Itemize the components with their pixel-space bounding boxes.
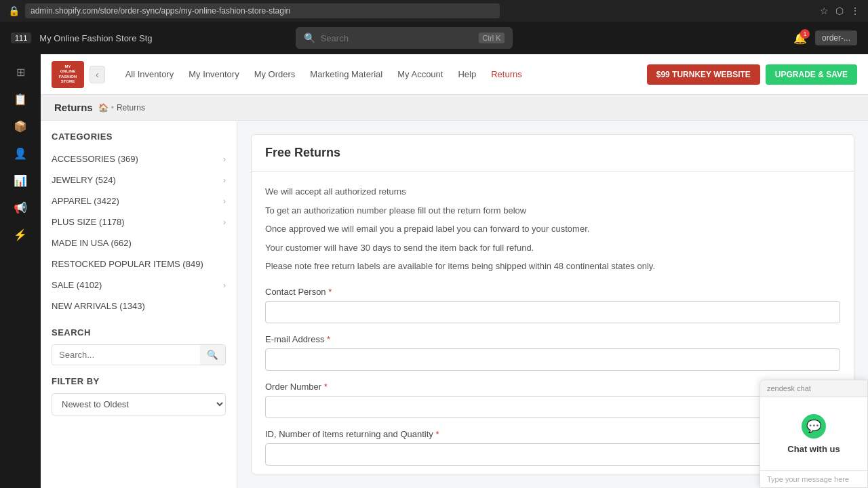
browser-icons: ☆ ⬡ ⋮ bbox=[820, 5, 860, 16]
turnkey-button[interactable]: $99 TURNKEY WEBSITE bbox=[647, 64, 760, 85]
order-number-input[interactable] bbox=[265, 396, 840, 418]
category-restocked[interactable]: RESTOCKED POPULAR ITEMS (849) bbox=[41, 253, 237, 274]
category-accessories-name: ACCESSORIES (369) bbox=[52, 154, 138, 164]
chat-icon: 💬 bbox=[802, 414, 826, 439]
admin-search-bar[interactable]: 🔍 Ctrl K bbox=[296, 27, 513, 49]
url-text: admin.shopify.com/store/order-sync/apps/… bbox=[31, 6, 290, 16]
app-nav: All Inventory My Inventory My Orders Mar… bbox=[119, 65, 642, 83]
category-plus-size[interactable]: PLUS SIZE (1178) › bbox=[41, 211, 237, 232]
category-new-arrivals-name: NEW ARRIVALS (1343) bbox=[52, 301, 145, 311]
category-plus-size-name: PLUS SIZE (1178) bbox=[52, 217, 125, 227]
email-label: E-mail Address * bbox=[265, 334, 840, 344]
required-marker: * bbox=[324, 382, 328, 392]
page-title: Returns bbox=[54, 102, 93, 113]
app-header: MYONLINEFASHIONSTORE ‹ All Inventory My … bbox=[41, 54, 868, 95]
favicon-icon: 🔒 bbox=[8, 5, 20, 16]
chevron-icon: › bbox=[223, 155, 226, 164]
category-sale[interactable]: SALE (4102) › bbox=[41, 274, 237, 296]
notification-bell[interactable]: 🔔 1 bbox=[793, 32, 807, 45]
returns-desc-2: To get an authorization number please fi… bbox=[265, 204, 840, 218]
nav-help[interactable]: Help bbox=[451, 65, 483, 83]
url-bar[interactable]: admin.shopify.com/store/order-sync/apps/… bbox=[25, 3, 500, 18]
admin-sidebar-customers[interactable]: 👤 bbox=[8, 141, 33, 165]
nav-my-orders[interactable]: My Orders bbox=[248, 65, 302, 83]
back-button[interactable]: ‹ bbox=[90, 66, 105, 83]
star-icon[interactable]: ☆ bbox=[820, 5, 829, 16]
admin-sidebar-apps[interactable]: ⚡ bbox=[8, 222, 33, 247]
nav-all-inventory[interactable]: All Inventory bbox=[119, 65, 181, 83]
category-made-in-usa-name: MADE IN USA (662) bbox=[52, 238, 132, 248]
contact-person-label: Contact Person * bbox=[265, 287, 840, 297]
chat-widget[interactable]: zendesk chat 💬 Chat with us Type your me… bbox=[760, 380, 868, 488]
categories-title: CATEGORIES bbox=[41, 131, 237, 148]
nav-my-inventory[interactable]: My Inventory bbox=[182, 65, 245, 83]
category-sale-name: SALE (4102) bbox=[52, 280, 102, 290]
required-marker: * bbox=[328, 287, 332, 297]
category-new-arrivals[interactable]: NEW ARRIVALS (1343) bbox=[41, 296, 237, 317]
admin-sidebar-home[interactable]: ⊞ bbox=[8, 60, 33, 84]
chat-placeholder: Type your message here bbox=[767, 475, 849, 483]
browser-menu-icon[interactable]: ⋮ bbox=[850, 5, 860, 16]
breadcrumb-separator: • bbox=[111, 103, 114, 113]
search-submit-button[interactable]: 🔍 bbox=[200, 345, 225, 365]
returns-card-header: Free Returns bbox=[252, 135, 854, 171]
admin-sidebar-products[interactable]: 📦 bbox=[8, 114, 33, 138]
nav-marketing-material[interactable]: Marketing Material bbox=[303, 65, 389, 83]
filter-section: FILTER BY Newest to Oldest Oldest to New… bbox=[41, 376, 237, 426]
extensions-icon[interactable]: ⬡ bbox=[835, 5, 844, 16]
items-quantity-input[interactable] bbox=[265, 443, 840, 466]
search-input[interactable] bbox=[321, 33, 474, 43]
user-button[interactable]: order-... bbox=[815, 30, 857, 45]
admin-top-nav: 111 My Online Fashion Store Stg 🔍 Ctrl K… bbox=[0, 22, 868, 54]
category-apparel[interactable]: APPAREL (3422) › bbox=[41, 190, 237, 211]
notification-badge: 1 bbox=[800, 29, 810, 39]
filter-select[interactable]: Newest to Oldest Oldest to Newest Price:… bbox=[52, 393, 226, 415]
chevron-icon: › bbox=[223, 218, 226, 227]
admin-sidebar-analytics[interactable]: 📊 bbox=[8, 168, 33, 192]
upgrade-button[interactable]: UPGRADE & SAVE bbox=[766, 64, 857, 85]
store-name: My Online Fashion Store Stg bbox=[39, 33, 152, 43]
required-marker: * bbox=[435, 429, 439, 439]
header-buttons: $99 TURNKEY WEBSITE UPGRADE & SAVE bbox=[647, 64, 857, 85]
chevron-icon: › bbox=[223, 281, 226, 290]
chevron-icon: › bbox=[223, 197, 226, 206]
chat-input-area[interactable]: Type your message here bbox=[760, 470, 867, 487]
app-content: CATEGORIES ACCESSORIES (369) › JEWELRY (… bbox=[41, 121, 868, 488]
category-apparel-name: APPAREL (3422) bbox=[52, 196, 119, 206]
email-input[interactable] bbox=[265, 348, 840, 371]
nav-returns[interactable]: Returns bbox=[484, 65, 529, 83]
chevron-icon: › bbox=[223, 176, 226, 185]
search-input-wrap: 🔍 bbox=[52, 344, 226, 365]
store-logo: MYONLINEFASHIONSTORE bbox=[52, 61, 84, 88]
category-jewelry[interactable]: JEWELRY (524) › bbox=[41, 169, 237, 190]
search-input[interactable] bbox=[52, 345, 200, 365]
store-badge: 111 bbox=[11, 33, 31, 43]
app-frame: MYONLINEFASHIONSTORE ‹ All Inventory My … bbox=[41, 54, 868, 488]
form-group-email: E-mail Address * bbox=[265, 334, 840, 371]
browser-bar: 🔒 admin.shopify.com/store/order-sync/app… bbox=[0, 0, 868, 22]
breadcrumb-home-icon[interactable]: 🏠 bbox=[98, 103, 108, 113]
returns-desc-1: We will accept all authorized returns bbox=[265, 185, 840, 199]
nav-my-account[interactable]: My Account bbox=[391, 65, 450, 83]
returns-desc-5: Please note free return labels are avail… bbox=[265, 260, 840, 273]
left-panel: CATEGORIES ACCESSORIES (369) › JEWELRY (… bbox=[41, 121, 237, 488]
main-layout: ⊞ 📋 📦 👤 📊 📢 ⚡ MYONLINEFASHIONSTORE ‹ All… bbox=[0, 54, 868, 488]
form-group-items: ID, Number of items returning and Quanti… bbox=[265, 429, 840, 466]
form-group-order: Order Number * bbox=[265, 382, 840, 418]
returns-form: Contact Person * E-mail Address * Order … bbox=[265, 287, 840, 475]
items-label: ID, Number of items returning and Quanti… bbox=[265, 429, 840, 439]
returns-desc-4: Your customer will have 30 days to send … bbox=[265, 241, 840, 255]
search-icon: 🔍 bbox=[304, 33, 315, 43]
chat-title: Chat with us bbox=[787, 444, 840, 454]
category-made-in-usa[interactable]: MADE IN USA (662) bbox=[41, 232, 237, 253]
admin-sidebar: ⊞ 📋 📦 👤 📊 📢 ⚡ bbox=[0, 54, 41, 488]
breadcrumb: 🏠 • Returns bbox=[98, 103, 145, 113]
returns-title: Free Returns bbox=[265, 146, 840, 160]
admin-sidebar-orders[interactable]: 📋 bbox=[8, 87, 33, 111]
category-accessories[interactable]: ACCESSORIES (369) › bbox=[41, 148, 237, 169]
admin-sidebar-marketing[interactable]: 📢 bbox=[8, 195, 33, 220]
chat-widget-header: zendesk chat bbox=[760, 380, 867, 397]
contact-person-input[interactable] bbox=[265, 301, 840, 323]
chat-widget-body: 💬 Chat with us bbox=[760, 397, 867, 470]
category-restocked-name: RESTOCKED POPULAR ITEMS (849) bbox=[52, 259, 203, 269]
